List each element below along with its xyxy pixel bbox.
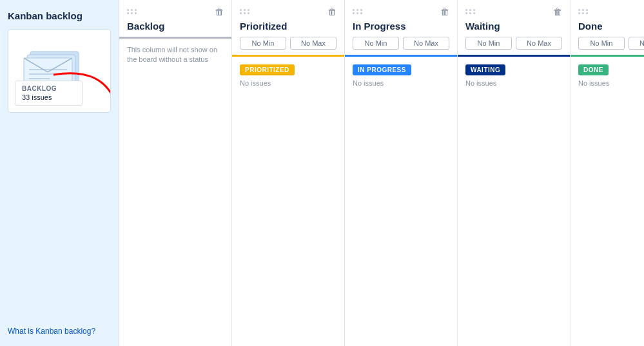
drag-handle-prioritized[interactable] — [240, 9, 250, 14]
column-waiting: 🗑 Waiting No Min No Max WAITING No issue… — [458, 0, 571, 346]
status-badge-in-progress: IN PROGRESS — [353, 64, 411, 75]
column-title-prioritized: Prioritized — [240, 21, 337, 32]
kanban-backlog-link[interactable]: What is Kanban backlog? — [8, 322, 111, 336]
column-min-max-in-progress: No Min No Max — [353, 37, 449, 50]
column-header-top-waiting: 🗑 — [465, 6, 562, 17]
kanban-backlog-title: Kanban backlog — [8, 10, 111, 21]
no-issues-waiting: No issues — [465, 79, 562, 87]
no-show-text: This column will not show on the board w… — [127, 45, 224, 65]
column-content-prioritized: PRIORITIZED No issues — [232, 57, 344, 346]
kanban-backlog-image: BACKLOG 33 issues — [8, 29, 111, 113]
column-header-top-backlog: 🗑 — [127, 6, 224, 17]
column-header-waiting: 🗑 Waiting No Min No Max — [458, 0, 570, 55]
drag-handle-waiting[interactable] — [465, 9, 476, 14]
column-min-max-waiting: No Min No Max — [465, 37, 562, 50]
backlog-card-count: 33 issues — [22, 93, 75, 101]
column-prioritized: 🗑 Prioritized No Min No Max PRIORITIZED … — [232, 0, 345, 346]
delete-column-backlog[interactable]: 🗑 — [215, 6, 224, 17]
drag-handle-in-progress[interactable] — [353, 9, 363, 14]
backlog-card-label: BACKLOG — [22, 85, 75, 92]
status-badge-prioritized: PRIORITIZED — [240, 64, 295, 75]
column-in-progress: 🗑 In Progress No Min No Max IN PROGRESS … — [345, 0, 458, 346]
column-header-done: 🗑 Done No Min No Max — [571, 0, 644, 55]
column-header-prioritized: 🗑 Prioritized No Min No Max — [232, 0, 344, 55]
delete-column-in-progress[interactable]: 🗑 — [440, 6, 449, 17]
status-badge-waiting: WAITING — [465, 64, 505, 75]
column-content-in-progress: IN PROGRESS No issues — [345, 57, 457, 346]
no-issues-prioritized: No issues — [240, 79, 337, 87]
min-btn-prioritized[interactable]: No Min — [240, 37, 286, 50]
column-header-in-progress: 🗑 In Progress No Min No Max — [345, 0, 457, 55]
no-issues-in-progress: No issues — [353, 79, 449, 87]
column-content-backlog: This column will not show on the board w… — [119, 39, 231, 346]
column-min-max-prioritized: No Min No Max — [240, 37, 337, 50]
column-content-waiting: WAITING No issues — [458, 57, 570, 346]
column-title-done: Done — [578, 21, 644, 32]
column-title-waiting: Waiting — [465, 21, 562, 32]
max-btn-prioritized[interactable]: No Max — [290, 37, 337, 50]
column-title-in-progress: In Progress — [353, 21, 449, 32]
drag-handle-done[interactable] — [578, 9, 589, 14]
column-min-max-done: No Min No Max — [578, 37, 644, 50]
status-badge-done: DONE — [578, 64, 609, 75]
column-content-done: DONE No issues — [571, 57, 644, 346]
backlog-card: BACKLOG 33 issues — [15, 81, 83, 106]
column-title-backlog: Backlog — [127, 21, 224, 32]
column-header-top-done: 🗑 — [578, 6, 644, 17]
max-btn-in-progress[interactable]: No Max — [403, 37, 449, 50]
max-btn-waiting[interactable]: No Max — [516, 37, 562, 50]
max-btn-done[interactable]: No Max — [629, 37, 644, 50]
column-header-backlog: 🗑 Backlog — [119, 0, 231, 37]
column-backlog: 🗑 Backlog This column will not show on t… — [119, 0, 232, 346]
delete-column-waiting[interactable]: 🗑 — [553, 6, 562, 17]
board-container: Kanban backlog BACKLOG 33 issues — [0, 0, 644, 346]
min-btn-waiting[interactable]: No Min — [465, 37, 512, 50]
min-btn-done[interactable]: No Min — [578, 37, 625, 50]
column-done: 🗑 Done No Min No Max DONE No issues — [571, 0, 644, 346]
no-issues-done: No issues — [578, 79, 644, 87]
min-btn-in-progress[interactable]: No Min — [353, 37, 399, 50]
kanban-backlog-panel: Kanban backlog BACKLOG 33 issues — [0, 0, 119, 346]
column-header-top-in-progress: 🗑 — [353, 6, 449, 17]
column-header-top-prioritized: 🗑 — [240, 6, 337, 17]
delete-column-prioritized[interactable]: 🗑 — [327, 6, 337, 17]
drag-handle-backlog[interactable] — [127, 9, 137, 14]
